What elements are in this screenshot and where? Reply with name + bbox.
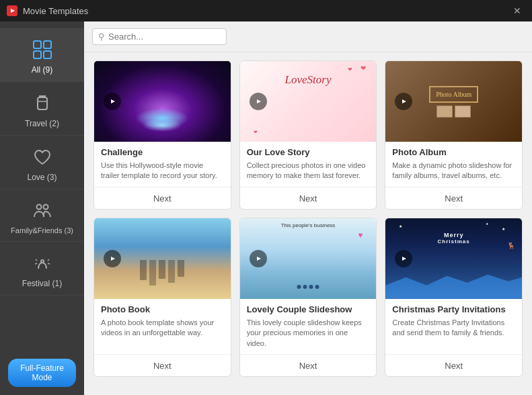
next-button-photoalbum[interactable]: Next: [392, 193, 515, 204]
card-desc-photobook: A photo book template shows your videos …: [101, 318, 224, 349]
sidebar-festival-label: Festival (1): [22, 279, 62, 288]
play-button-challenge[interactable]: [104, 93, 121, 110]
sidebar-item-family[interactable]: Family&Friends (3): [0, 189, 84, 242]
search-icon: ⚲: [98, 32, 105, 42]
card-title-christmas: Christmas Party Invitations: [392, 304, 515, 314]
app-icon: [7, 5, 17, 16]
template-card-photobook: Photo Book A photo book template shows y…: [93, 218, 231, 377]
sidebar-item-all[interactable]: All (9): [0, 28, 84, 82]
all-icon: [30, 38, 54, 62]
card-thumb-challenge: [94, 61, 231, 142]
next-button-photobook[interactable]: Next: [101, 361, 224, 371]
svg-line-14: [48, 259, 49, 261]
card-title-couple: Lovely Couple Slideshow: [247, 304, 370, 314]
card-body-couple: Lovely Couple Slideshow This lovely coup…: [240, 299, 377, 354]
bottom-button-wrap: Full-Feature Mode: [0, 351, 84, 395]
next-button-christmas[interactable]: Next: [392, 361, 515, 371]
card-title-photobook: Photo Book: [101, 304, 224, 314]
family-icon: [30, 199, 54, 223]
search-input[interactable]: [108, 32, 216, 42]
card-desc-christmas: Create Christmas Party Invitations and s…: [392, 318, 515, 349]
festival-icon: [30, 251, 54, 275]
content-area: ⚲ Challenge Use this Hollywood-style: [84, 21, 532, 395]
svg-rect-5: [38, 97, 47, 109]
full-feature-button[interactable]: Full-Feature Mode: [8, 359, 76, 387]
sidebar-item-love[interactable]: Love (3): [0, 136, 84, 189]
play-button-photoalbum[interactable]: [395, 93, 412, 110]
svg-point-10: [36, 205, 41, 210]
card-thumb-couple: This people's business ♥: [240, 218, 377, 299]
card-thumb-photobook: [94, 218, 231, 299]
svg-marker-20: [111, 257, 115, 261]
sidebar-item-travel[interactable]: Travel (2): [0, 82, 84, 136]
search-input-wrap[interactable]: ⚲: [92, 28, 227, 45]
card-footer-lovestory: Next: [240, 187, 377, 209]
svg-marker-17: [111, 99, 115, 103]
card-body-challenge: Challenge Use this Hollywood-style movie…: [94, 142, 231, 187]
card-desc-challenge: Use this Hollywood-style movie trailer t…: [101, 161, 224, 181]
card-footer-couple: Next: [240, 354, 377, 376]
sidebar-love-label: Love (3): [27, 173, 56, 182]
card-body-photobook: Photo Book A photo book template shows y…: [94, 299, 231, 354]
svg-marker-18: [257, 99, 261, 103]
next-button-challenge[interactable]: Next: [101, 193, 224, 204]
template-card-christmas: Merry Christmas ★ ★ ★ 🦌: [385, 218, 523, 377]
travel-icon: [30, 91, 54, 116]
title-bar: Movie Templates ✕: [0, 0, 532, 21]
play-button-christmas[interactable]: [395, 250, 412, 267]
template-grid: Challenge Use this Hollywood-style movie…: [84, 52, 532, 395]
card-thumb-christmas: Merry Christmas ★ ★ ★ 🦌: [385, 218, 522, 299]
card-body-photoalbum: Photo Album Make a dynamic photo slidesh…: [385, 142, 522, 187]
svg-rect-1: [34, 41, 41, 48]
card-title-lovestory: Our Love Story: [247, 147, 370, 157]
card-footer-photobook: Next: [94, 354, 231, 376]
template-card-couple: This people's business ♥ Lov: [239, 218, 377, 377]
sidebar-all-label: All (9): [32, 65, 52, 75]
card-desc-photoalbum: Make a dynamic photo slideshow for famil…: [392, 161, 515, 181]
love-icon: [30, 145, 54, 169]
sidebar-family-label: Family&Friends (3): [11, 226, 73, 234]
svg-marker-19: [402, 99, 406, 103]
play-button-couple[interactable]: [250, 250, 267, 267]
svg-rect-2: [44, 41, 51, 48]
card-body-christmas: Christmas Party Invitations Create Chris…: [385, 299, 522, 354]
window-title: Movie Templates: [23, 6, 509, 16]
svg-rect-4: [44, 51, 51, 58]
sidebar-item-festival[interactable]: Festival (1): [0, 242, 84, 296]
template-card-challenge: Challenge Use this Hollywood-style movie…: [93, 60, 231, 210]
svg-marker-21: [257, 257, 261, 261]
svg-marker-22: [402, 257, 406, 261]
card-desc-lovestory: Collect precious photos in one video mem…: [247, 161, 370, 181]
card-footer-challenge: Next: [94, 187, 231, 209]
card-body-lovestory: Our Love Story Collect precious photos i…: [240, 142, 377, 187]
template-card-lovestory: LoveStory ❤ ❤ ❤ Our Love Story Collect p…: [239, 60, 377, 210]
svg-line-13: [36, 259, 37, 261]
play-button-photobook[interactable]: [104, 250, 121, 267]
next-button-couple[interactable]: Next: [247, 361, 370, 371]
svg-rect-3: [34, 51, 41, 58]
card-desc-couple: This lovely couple slideshow keeps your …: [247, 318, 370, 349]
card-footer-christmas: Next: [385, 354, 522, 376]
card-title-challenge: Challenge: [101, 147, 224, 157]
card-title-photoalbum: Photo Album: [392, 147, 515, 157]
svg-line-15: [35, 263, 37, 264]
svg-marker-0: [11, 9, 15, 13]
main-layout: All (9) Travel (2) Love (3): [0, 21, 532, 395]
svg-line-16: [48, 263, 50, 264]
card-footer-photoalbum: Next: [385, 187, 522, 209]
template-card-photoalbum: Photo Album Photo Album Make a dynamic p…: [385, 60, 523, 210]
search-bar: ⚲: [84, 21, 532, 52]
sidebar: All (9) Travel (2) Love (3): [0, 21, 84, 395]
play-button-lovestory[interactable]: [250, 93, 267, 110]
sidebar-travel-label: Travel (2): [25, 119, 59, 128]
card-thumb-photoalbum: Photo Album: [385, 61, 522, 142]
close-button[interactable]: ✕: [509, 4, 525, 17]
card-thumb-lovestory: LoveStory ❤ ❤ ❤: [240, 61, 377, 142]
next-button-lovestory[interactable]: Next: [247, 193, 370, 204]
svg-point-11: [43, 205, 48, 210]
